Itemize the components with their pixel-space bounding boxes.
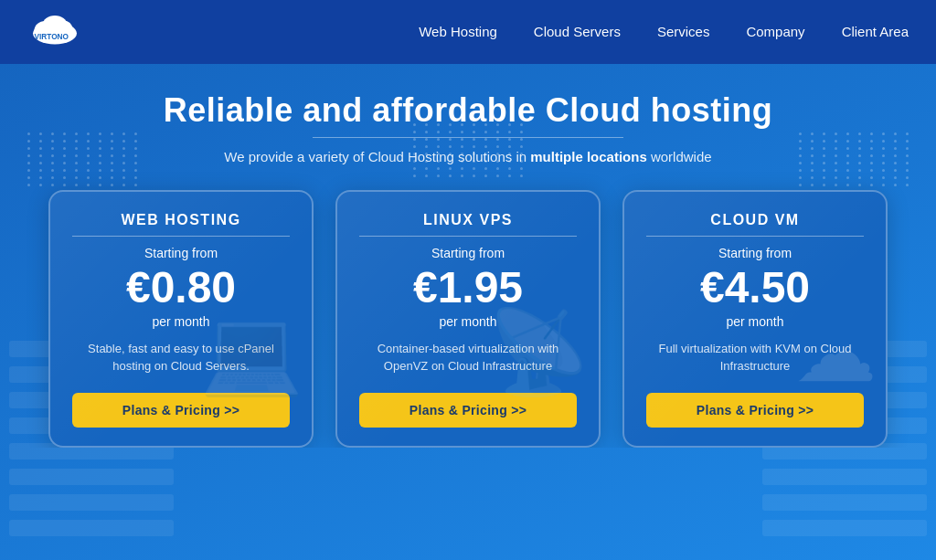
card-btn-linux-vps[interactable]: Plans & Pricing >> (359, 393, 577, 428)
nav-cloud-servers[interactable]: Cloud Servers (534, 24, 621, 39)
card-linux-vps: 📡 LINUX VPS Starting from €1.95 per mont… (335, 190, 601, 448)
card-title-linux-vps: LINUX VPS (423, 212, 513, 228)
hero-subtitle: We provide a variety of Cloud Hosting so… (18, 149, 918, 164)
card-divider-cloud-vm (646, 236, 864, 237)
svg-text:VIRTONO: VIRTONO (35, 33, 69, 41)
svg-rect-10 (9, 469, 174, 485)
svg-rect-12 (9, 520, 174, 536)
nav-client-area[interactable]: Client Area (842, 24, 909, 39)
hero-title: Reliable and affordable Cloud hosting (18, 91, 918, 130)
hero-subtitle-plain: We provide a variety of Cloud Hosting so… (224, 149, 530, 164)
card-period-web-hosting: per month (152, 314, 209, 329)
nav-web-hosting[interactable]: Web Hosting (419, 24, 497, 39)
svg-rect-19 (762, 494, 927, 511)
card-desc-linux-vps: Container-based virtualization with Open… (359, 340, 577, 378)
pricing-cards: 💻 WEB HOSTING Starting from €0.80 per mo… (18, 190, 918, 448)
card-starting-linux-vps: Starting from (431, 246, 505, 260)
card-desc-web-hosting: Stable, fast and easy to use cPanel host… (72, 340, 290, 378)
card-period-cloud-vm: per month (726, 314, 783, 329)
main-content: Reliable and affordable Cloud hosting We… (0, 64, 936, 560)
card-starting-web-hosting: Starting from (144, 246, 218, 260)
hero-divider (313, 137, 623, 138)
card-starting-cloud-vm: Starting from (718, 246, 792, 260)
card-price-linux-vps: €1.95 (413, 264, 523, 312)
hero-subtitle-end: worldwide (647, 149, 712, 164)
nav-services[interactable]: Services (657, 24, 710, 39)
card-btn-cloud-vm[interactable]: Plans & Pricing >> (646, 393, 864, 428)
logo[interactable]: VIRTONO (27, 14, 82, 50)
card-desc-cloud-vm: Full virtualization with KVM on Cloud In… (646, 340, 864, 378)
navbar: VIRTONO Web Hosting Cloud Servers Servic… (0, 0, 936, 64)
card-title-cloud-vm: CLOUD VM (710, 212, 799, 228)
nav-links: Web Hosting Cloud Servers Services Compa… (419, 24, 909, 40)
hero-section: Reliable and affordable Cloud hosting We… (0, 64, 936, 448)
card-divider-web-hosting (72, 236, 290, 237)
card-period-linux-vps: per month (439, 314, 496, 329)
svg-rect-18 (762, 469, 927, 485)
card-price-web-hosting: €0.80 (126, 264, 236, 312)
hero-subtitle-bold: multiple locations (530, 149, 647, 164)
svg-rect-20 (762, 520, 927, 536)
card-divider-linux-vps (359, 236, 577, 237)
card-btn-web-hosting[interactable]: Plans & Pricing >> (72, 393, 290, 428)
card-title-web-hosting: WEB HOSTING (121, 212, 240, 228)
svg-rect-11 (9, 494, 174, 511)
card-cloud-vm: ☁ CLOUD VM Starting from €4.50 per month… (622, 190, 888, 448)
nav-company[interactable]: Company (746, 24, 804, 39)
card-price-cloud-vm: €4.50 (700, 264, 810, 312)
card-web-hosting: 💻 WEB HOSTING Starting from €0.80 per mo… (48, 190, 314, 448)
